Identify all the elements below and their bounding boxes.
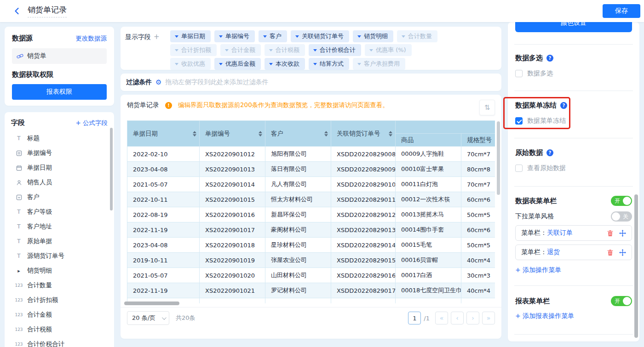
fields-panel: 字段 + 公式字段 T标题单据编号单据日期销售人员客户T客户等级T客户地址T原始…	[5, 112, 114, 347]
add-action-menu-link[interactable]: + 添加操作菜单	[515, 266, 632, 274]
display-field-chip[interactable]: 合计税额	[264, 44, 305, 56]
display-field-chip[interactable]: 合计金额	[220, 44, 261, 56]
datasource-item[interactable]: 销货单	[12, 48, 107, 64]
last-page-button[interactable]: »	[482, 312, 495, 324]
table-row[interactable]: 2022-11-19XS20220901021罗记材料公司XSDD2022082…	[127, 283, 495, 298]
field-item[interactable]: 单据日期	[11, 160, 108, 175]
field-item[interactable]: 123合计折扣额	[11, 293, 108, 307]
field-label: 销货明细	[27, 267, 52, 275]
field-label: 合计折扣额	[27, 296, 58, 304]
display-field-chip[interactable]: 收款优惠	[170, 58, 211, 70]
help-icon[interactable]: ?	[560, 102, 567, 109]
page-size-select[interactable]: 20 条/页	[127, 311, 169, 325]
add-display-field-button[interactable]: +	[154, 33, 160, 41]
add-formula-field-link[interactable]: + 公式字段	[75, 119, 108, 127]
field-item[interactable]: 123合计金额	[11, 307, 108, 322]
menu-item-name[interactable]: 退货	[547, 248, 560, 256]
prev-page-button[interactable]: ‹	[451, 312, 464, 324]
table-row[interactable]: 2021-05-07XS20220901014凡人有限公司XSDD2022082…	[127, 177, 495, 192]
chip-label: 客户	[270, 30, 282, 42]
display-field-chip[interactable]: 结算方式	[309, 58, 349, 70]
sort-icon[interactable]	[324, 131, 328, 137]
table-row[interactable]: 2023-04-08XS20220901013落日有限公司XSDD2022082…	[127, 162, 495, 177]
report-menu-toggle[interactable]: 开	[611, 296, 632, 306]
display-field-chip[interactable]: 合计折扣额	[170, 44, 217, 56]
display-field-chip[interactable]: 优惠率 (%)	[365, 44, 412, 56]
field-item[interactable]: 销售人员	[11, 175, 108, 190]
multi-select-checkbox-row[interactable]: 数据多选	[515, 69, 632, 78]
trash-icon[interactable]	[607, 230, 614, 237]
field-item[interactable]: T客户地址	[11, 219, 108, 234]
help-icon[interactable]: ?	[546, 149, 553, 156]
field-item[interactable]: T原始单据	[11, 234, 108, 249]
table-row	[127, 298, 495, 304]
field-item[interactable]: 客户	[11, 190, 108, 205]
field-item[interactable]: 单据编号	[11, 146, 108, 160]
table-row[interactable]: 2022-10-11XS20220901015恒太方材料公司XSDD202208…	[127, 192, 495, 207]
table-row[interactable]: 2022-08-19XS20220901016新昌环保公司XSDD2022082…	[127, 207, 495, 222]
display-field-chip[interactable]: 销货明细	[353, 30, 393, 42]
display-field-chip[interactable]: 单据日期	[170, 30, 211, 42]
table-row[interactable]: 2021-05-07XS20220901020山田材料公司XSDD2022082…	[127, 268, 495, 283]
dropdown-style-toggle[interactable]: 关	[611, 211, 632, 222]
back-button[interactable]	[12, 6, 22, 16]
table-row[interactable]: 2019-10-11XS20220901019张屋农业公司XSDD2022082…	[127, 253, 495, 268]
menu-item-name[interactable]: 关联订单	[547, 229, 573, 237]
menu-freeze-checkbox[interactable]	[515, 117, 523, 125]
field-item[interactable]: T客户等级	[11, 205, 108, 219]
number-icon: 123	[15, 283, 23, 288]
raw-data-checkbox[interactable]	[515, 165, 523, 172]
table-cell: 50cm*5	[461, 207, 495, 222]
table-cell: 00015毛笔	[396, 238, 461, 253]
field-item[interactable]: 123合计价税合计	[11, 337, 108, 347]
display-field-chip[interactable]: 关联销货订单号	[291, 30, 349, 42]
save-button[interactable]: 保存	[603, 4, 640, 18]
raw-data-checkbox-row[interactable]: 查看原始数据	[515, 164, 632, 172]
display-field-chip[interactable]: 本次收款	[264, 58, 305, 70]
table-vscroll-thumb[interactable]	[497, 121, 500, 195]
table-row[interactable]: 2022-02-10XS20220901012旭阳有限公司XSDD2022082…	[127, 147, 495, 162]
sort-icon[interactable]	[389, 131, 392, 137]
table-row[interactable]: 2023-04-08XS20220901018星珍材料公司XSDD2022082…	[127, 238, 495, 253]
table-cell: 恒太方材料公司	[265, 192, 331, 207]
move-icon[interactable]	[619, 230, 626, 237]
display-field-chip[interactable]: 客户	[259, 30, 287, 42]
display-field-chip[interactable]: 单据编号	[214, 30, 255, 42]
first-page-button[interactable]: «	[435, 312, 448, 324]
gear-icon[interactable]: ⚙	[155, 78, 161, 86]
menu-bar-item[interactable]: 菜单栏：退货	[515, 245, 632, 260]
menu-bar-item[interactable]: 菜单栏：关联订单	[515, 225, 632, 241]
settings-scrollbar[interactable]	[634, 194, 638, 338]
sort-icon[interactable]	[259, 131, 262, 137]
sort-icon[interactable]	[193, 131, 196, 137]
table-hscroll-thumb[interactable]	[124, 301, 179, 305]
report-permission-button[interactable]: 报表权限	[12, 84, 107, 100]
help-icon[interactable]: ?	[546, 55, 553, 62]
change-datasource-link[interactable]: 更改数据源	[76, 34, 107, 43]
add-report-menu-link[interactable]: + 添加报表操作菜单	[515, 312, 632, 320]
display-field-chip[interactable]: 客户承担费用	[353, 58, 405, 70]
color-settings-button[interactable]: 颜色设置	[515, 22, 632, 32]
multi-select-checkbox[interactable]	[515, 70, 523, 77]
next-page-button[interactable]: ›	[466, 312, 479, 324]
field-item[interactable]: ▸销货明细	[11, 263, 108, 278]
display-field-chip[interactable]: 合计数量	[397, 30, 437, 42]
menu-freeze-checkbox-row[interactable]: 数据菜单冻结	[515, 117, 632, 125]
display-field-chip[interactable]: 优惠后金额	[214, 58, 261, 70]
field-label: 标题	[27, 134, 40, 142]
field-item[interactable]: T标题	[11, 131, 108, 146]
row-sort-button[interactable]: ⇅	[479, 100, 495, 115]
field-item[interactable]: T源销货订单号	[11, 249, 108, 263]
table-row[interactable]: 2022-11-19XS20220901017豪阁材料公司XSDD2022082…	[127, 222, 495, 238]
move-icon[interactable]	[619, 249, 626, 256]
field-item[interactable]: 123合计数量	[11, 278, 108, 293]
table-menu-toggle[interactable]: 开	[611, 196, 632, 206]
display-field-chip[interactable]: 合计价税合计	[309, 44, 361, 56]
fields-scrollbar[interactable]	[110, 128, 113, 210]
page-number-input[interactable]: 1	[408, 312, 421, 324]
field-item[interactable]: 123合计税额	[11, 322, 108, 337]
table-cell: 00009人字拖鞋	[396, 147, 461, 162]
table-cell: XS20220901014	[200, 177, 265, 192]
trash-icon[interactable]	[607, 249, 614, 256]
table-cell: XSDD20220829013	[331, 222, 396, 238]
